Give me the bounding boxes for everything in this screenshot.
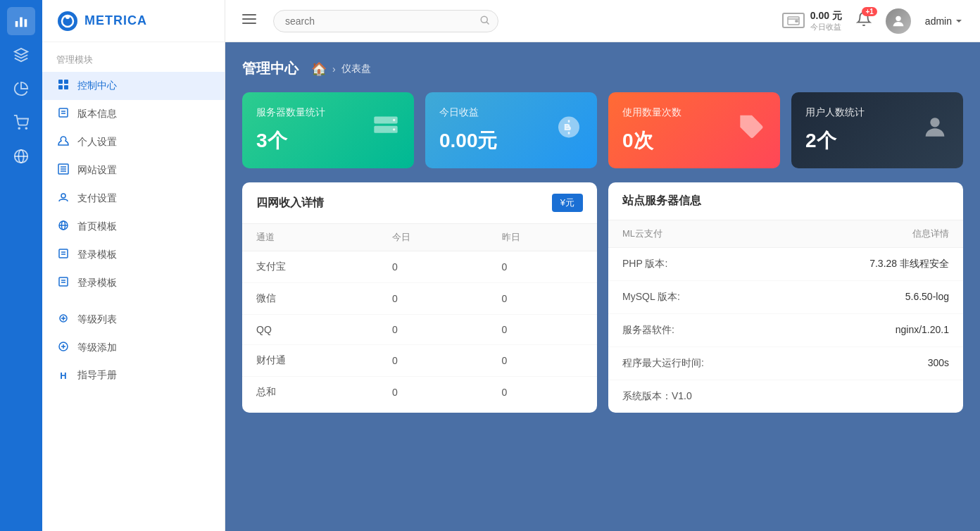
dropdown-arrow-icon — [955, 17, 963, 25]
stat-user-count: 用户人数统计 2个 — [791, 92, 963, 168]
svg-rect-27 — [59, 249, 68, 258]
logo-text: METRICA — [84, 13, 147, 28]
sidebar-item-version-info[interactable]: 版本信息 — [42, 100, 225, 128]
control-center-icon — [56, 79, 70, 93]
sidebar-item-level-list[interactable]: 等级列表 — [42, 306, 225, 334]
stat-today-income-icon — [555, 113, 583, 148]
income-panel-title: 四网收入详情 — [256, 196, 324, 211]
version-info-icon — [56, 107, 70, 121]
bell-badge: +1 — [862, 7, 877, 16]
stat-today-income: 今日收益 0.00元 — [425, 92, 597, 168]
server-value: nginx/1.20.1 — [896, 324, 949, 337]
server-key: 服务器软件: — [622, 324, 674, 337]
sidebar-item-login-template-1[interactable]: 登录模板 — [42, 241, 225, 269]
svg-point-49 — [930, 118, 939, 127]
server-panel-header: 站点服务器信息 — [608, 182, 963, 220]
income-today: 0 — [378, 377, 487, 408]
server-key: MySQL 版本: — [622, 291, 680, 304]
sidebar-item-login-template-2[interactable]: 登录模板 — [42, 269, 225, 297]
hamburger-button[interactable] — [242, 12, 256, 30]
stat-user-count-icon — [921, 113, 949, 148]
svg-point-9 — [58, 11, 77, 31]
server-info-row: PHP 版本: 7.3.28 非线程安全 — [608, 248, 963, 281]
breadcrumb-current: 仪表盘 — [341, 63, 371, 75]
svg-point-45 — [393, 119, 395, 121]
wallet-details: 0.00 元 今日收益 — [810, 9, 842, 32]
income-col-channel: 通道 — [242, 224, 378, 251]
income-today: 0 — [378, 251, 487, 283]
site-settings-icon — [56, 163, 70, 177]
topbar-right: 0.00 元 今日收益 +1 admin — [782, 8, 963, 34]
sidebar-label-guide: 指导手册 — [77, 369, 117, 382]
income-channel: 微信 — [242, 283, 378, 315]
income-yesterday: 0 — [488, 377, 597, 408]
table-row: QQ 0 0 — [242, 315, 597, 345]
table-row: 微信 0 0 — [242, 283, 597, 315]
sidebar-label-site-settings: 网站设置 — [77, 164, 117, 177]
topbar: 0.00 元 今日收益 +1 admin — [225, 0, 980, 42]
breadcrumb: 管理中心 🏠 › 仪表盘 — [242, 59, 963, 78]
sidebar: METRICA 管理模块 控制中心 版本信息 个人设置 网站设置 支付设置 — [42, 0, 225, 531]
avatar[interactable] — [886, 8, 911, 34]
svg-point-46 — [393, 128, 395, 130]
svg-rect-1 — [20, 18, 23, 27]
username-button[interactable]: admin — [925, 15, 963, 27]
svg-rect-37 — [242, 23, 256, 24]
icon-bar-pie[interactable] — [7, 75, 35, 103]
wallet-icon — [782, 13, 805, 28]
stat-usage-count: 使用数量次数 0次 — [608, 92, 780, 168]
home-icon[interactable]: 🏠 — [311, 61, 327, 77]
income-today: 0 — [378, 283, 487, 315]
sidebar-item-control-center[interactable]: 控制中心 — [42, 72, 225, 100]
income-channel: 支付宝 — [242, 251, 378, 283]
icon-bar-layers[interactable] — [7, 41, 35, 69]
sidebar-item-payment-settings[interactable]: 支付设置 — [42, 185, 225, 213]
svg-rect-36 — [242, 18, 256, 20]
sidebar-item-level-add[interactable]: 等级添加 — [42, 334, 225, 362]
server-value: 7.3.28 非线程安全 — [869, 258, 949, 270]
stats-row: 服务器数量统计 3个 今日收益 0.00元 使用数量次数 0次 — [242, 92, 963, 168]
table-row: 总和 0 0 — [242, 377, 597, 408]
username-text: admin — [925, 15, 952, 27]
sidebar-item-guide[interactable]: H 指导手册 — [42, 362, 225, 389]
stat-server-count-icon — [372, 113, 400, 148]
level-add-icon — [56, 341, 70, 355]
bell-button[interactable]: +1 — [856, 11, 872, 30]
icon-bar-globe[interactable] — [7, 142, 35, 170]
svg-rect-13 — [64, 80, 68, 84]
income-col-yesterday: 昨日 — [488, 224, 597, 251]
sidebar-item-personal-settings[interactable]: 个人设置 — [42, 128, 225, 156]
wallet-label: 今日收益 — [810, 22, 842, 32]
server-info-column-headers: ML云支付 信息详情 — [608, 220, 963, 248]
home-template-icon — [56, 220, 70, 234]
server-info-row: 程序最大运行时间: 300s — [608, 347, 963, 380]
server-info-row: MySQL 版本: 5.6.50-log — [608, 281, 963, 314]
icon-bar-chart[interactable] — [7, 7, 35, 35]
level-list-icon — [56, 313, 70, 327]
page-title: 管理中心 — [242, 59, 299, 78]
sidebar-logo: METRICA — [42, 0, 225, 42]
income-today: 0 — [378, 345, 487, 377]
svg-point-23 — [61, 194, 65, 198]
icon-bar-cart[interactable] — [7, 108, 35, 137]
content-inner: 管理中心 🏠 › 仪表盘 服务器数量统计 3个 今日收益 0.00元 — [225, 42, 980, 531]
income-panel: 四网收入详情 ¥元 通道 今日 昨日 支付宝 0 — [242, 182, 597, 413]
svg-rect-30 — [59, 277, 68, 286]
search-input[interactable] — [273, 10, 498, 32]
sidebar-label-control-center: 控制中心 — [77, 80, 117, 92]
sidebar-item-site-settings[interactable]: 网站设置 — [42, 156, 225, 185]
income-today: 0 — [378, 315, 487, 345]
svg-point-4 — [18, 127, 20, 129]
login-template-2-icon — [56, 276, 70, 290]
payment-settings-icon — [56, 192, 70, 206]
icon-bar — [0, 0, 42, 531]
sidebar-label-version-info: 版本信息 — [77, 108, 117, 120]
login-template-1-icon — [56, 248, 70, 262]
server-info-rows: PHP 版本: 7.3.28 非线程安全 MySQL 版本: 5.6.50-lo… — [608, 248, 963, 413]
income-yesterday: 0 — [488, 345, 597, 377]
search-container — [273, 10, 498, 32]
sidebar-item-home-template[interactable]: 首页模板 — [42, 213, 225, 241]
wallet-amount: 0.00 元 — [810, 9, 842, 22]
income-panel-badge[interactable]: ¥元 — [552, 194, 583, 212]
sidebar-label-level-add: 等级添加 — [77, 342, 117, 354]
